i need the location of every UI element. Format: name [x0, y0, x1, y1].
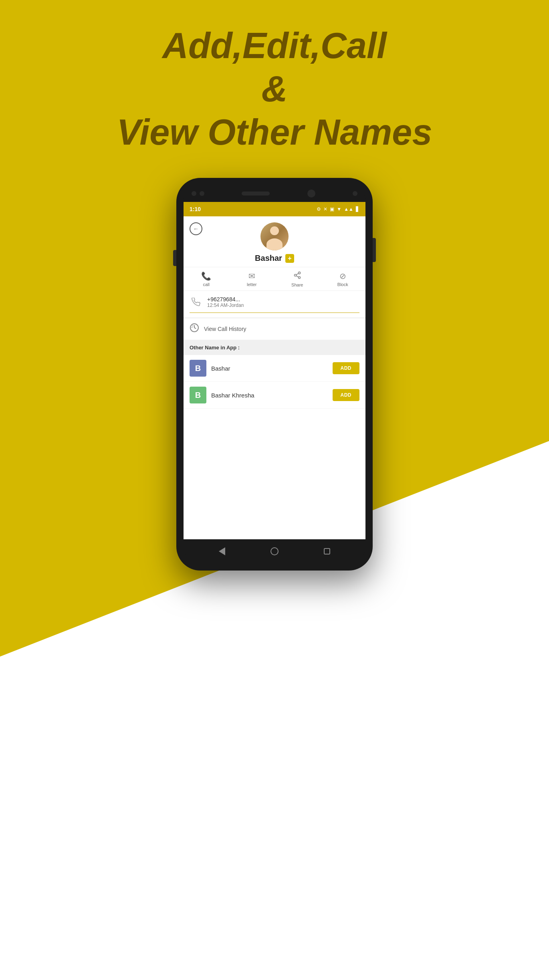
avatar	[260, 222, 289, 250]
header-title: Add,Edit,Call & View Other Names	[117, 24, 432, 154]
nav-home-button[interactable]	[269, 546, 280, 557]
svg-line-4	[296, 273, 299, 274]
battery-icon: ▋	[356, 206, 359, 212]
svg-point-2	[298, 276, 300, 278]
phone-number-details: +96279684... 12:54 AM-Jordan	[207, 296, 244, 308]
phone-number-text: +96279684...	[207, 296, 244, 302]
mute-icon: ✕	[323, 206, 327, 212]
sim-icon: ▣	[330, 206, 334, 212]
block-tab[interactable]: ⊘ Block	[320, 271, 366, 287]
nav-back-button[interactable]	[216, 546, 228, 557]
phone-number-row: +96279684... 12:54 AM-Jordan	[190, 296, 359, 313]
phone-notch	[184, 185, 365, 202]
contact-avatar-1: B	[190, 360, 206, 377]
call-icon: 📞	[201, 271, 211, 281]
notch-left-area	[192, 191, 204, 196]
svg-line-3	[296, 276, 299, 277]
settings-icon: ⚙	[317, 206, 321, 212]
phone-body: 1:10 ⚙ ✕ ▣ ▼ ▲▲ ▋ ← Bash	[176, 178, 373, 571]
camera-dot-2	[200, 191, 204, 196]
back-button[interactable]: ←	[190, 222, 202, 235]
contact-name-row: Bashar +	[255, 254, 294, 263]
history-icon	[190, 323, 199, 335]
phone-timezone: 12:54 AM-Jordan	[207, 302, 244, 308]
other-names-header: Other Name in App :	[184, 340, 365, 355]
block-icon: ⊘	[339, 271, 346, 281]
contact-name-1: Bashar	[211, 365, 328, 372]
contact-name-2: Bashar Khresha	[211, 392, 328, 399]
phone-mockup: 1:10 ⚙ ✕ ▣ ▼ ▲▲ ▋ ← Bash	[176, 178, 373, 571]
speaker-grill	[242, 192, 270, 196]
add-button-1[interactable]: ADD	[333, 362, 360, 374]
other-names-title: Other Name in App :	[190, 345, 240, 351]
phone-number-section: +96279684... 12:54 AM-Jordan	[184, 291, 365, 318]
signal-icon: ▲▲	[344, 206, 353, 212]
avatar-image	[260, 222, 289, 250]
volume-button	[373, 238, 376, 262]
action-tabs-bar: 📞 call ✉ letter Share	[184, 267, 365, 291]
contact-header: ← Bashar +	[184, 216, 365, 267]
block-tab-label: Block	[337, 282, 348, 287]
letter-tab[interactable]: ✉ letter	[229, 271, 275, 287]
camera-dot-3	[353, 191, 357, 196]
contact-name: Bashar	[255, 254, 282, 263]
share-icon	[293, 271, 301, 281]
phone-screen: 1:10 ⚙ ✕ ▣ ▼ ▲▲ ▋ ← Bash	[184, 202, 365, 539]
letter-icon: ✉	[248, 271, 255, 281]
recent-nav-icon	[324, 548, 330, 555]
call-tab[interactable]: 📞 call	[184, 271, 229, 287]
share-tab-label: Share	[291, 282, 303, 287]
share-tab[interactable]: Share	[274, 271, 320, 287]
back-nav-icon	[219, 547, 225, 555]
back-arrow-icon: ←	[193, 226, 199, 232]
svg-point-0	[298, 272, 300, 274]
svg-point-1	[294, 274, 296, 276]
list-item: B Bashar ADD	[184, 355, 365, 382]
add-badge[interactable]: +	[285, 254, 294, 263]
front-camera	[307, 190, 315, 198]
status-time: 1:10	[190, 206, 201, 212]
call-history-row[interactable]: View Call History	[184, 318, 365, 340]
app-header-section: Add,Edit,Call & View Other Names	[117, 24, 432, 154]
phone-bottom-nav	[184, 539, 365, 563]
call-tab-label: call	[203, 282, 210, 287]
power-button	[173, 250, 176, 266]
nav-recent-button[interactable]	[321, 546, 333, 557]
phone-number-icon	[190, 296, 202, 309]
status-bar: 1:10 ⚙ ✕ ▣ ▼ ▲▲ ▋	[184, 202, 365, 216]
letter-tab-label: letter	[247, 282, 256, 287]
list-item: B Bashar Khresha ADD	[184, 382, 365, 409]
home-nav-icon	[270, 547, 279, 555]
contact-avatar-2: B	[190, 387, 206, 403]
camera-dot-1	[192, 191, 196, 196]
add-button-2[interactable]: ADD	[333, 389, 360, 401]
call-history-label: View Call History	[204, 326, 246, 332]
status-icons-group: ⚙ ✕ ▣ ▼ ▲▲ ▋	[317, 206, 359, 212]
wifi-icon: ▼	[337, 206, 341, 212]
